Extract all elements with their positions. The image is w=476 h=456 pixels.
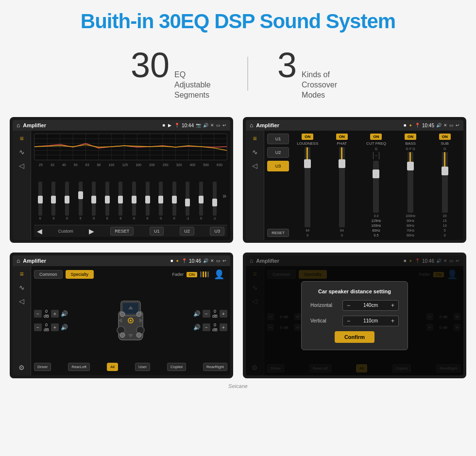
u1-button[interactable]: U1	[150, 227, 164, 236]
custom-label: Custom	[58, 229, 73, 234]
balance-icon-vol[interactable]: ◁	[19, 297, 24, 305]
user-button[interactable]: User	[135, 363, 150, 371]
play-icon-1[interactable]: ▶	[168, 123, 171, 128]
horizontal-input[interactable]: − 140cm +	[342, 300, 399, 311]
crossover-reset[interactable]: RESET	[267, 229, 289, 237]
close-icon-3[interactable]: ✕	[210, 258, 214, 263]
phat-toggle[interactable]: ON	[336, 134, 348, 140]
prev-icon[interactable]: ◀	[37, 227, 42, 235]
home-icon-3[interactable]: ⌂	[17, 257, 20, 264]
balance-icon-bluetooth[interactable]: ⚙	[18, 364, 25, 372]
back-icon-2[interactable]: ↩	[456, 123, 459, 128]
eq-thumb-9[interactable]	[158, 196, 163, 203]
vertical-input[interactable]: − 110cm +	[342, 316, 399, 326]
vertical-minus[interactable]: −	[346, 318, 351, 324]
eq-thumb-11[interactable]	[185, 199, 190, 206]
car-diagram	[72, 282, 189, 359]
svg-point-30	[120, 312, 125, 317]
crossover-icon-vol[interactable]: ◁	[252, 162, 257, 169]
cutfreq-thumb[interactable]	[373, 169, 379, 178]
arrows-icon[interactable]: »	[221, 191, 227, 201]
eq-thumb-4[interactable]	[91, 196, 96, 203]
horizontal-label: Horizontal	[310, 303, 340, 308]
horizontal-plus[interactable]: +	[390, 302, 395, 309]
copilot-button[interactable]: Copilot	[167, 363, 186, 371]
eq-thumb-5[interactable]	[105, 196, 110, 203]
u3-button[interactable]: U3	[210, 227, 224, 236]
dialog-box: Car speaker distance setting Horizontal …	[301, 281, 408, 350]
confirm-button[interactable]: Confirm	[335, 331, 374, 343]
u2-button[interactable]: U2	[180, 227, 194, 236]
eq-icon-active[interactable]: ≡	[19, 135, 23, 142]
eq-thumb-8[interactable]	[145, 196, 150, 203]
back-icon-3[interactable]: ↩	[222, 258, 226, 263]
vol-plus-fr[interactable]: +	[220, 310, 227, 318]
fader-toggle[interactable]: ON	[187, 272, 197, 277]
screen-balance: ⌂ Amplifier ■ ● 📍 10:46 🔊 ✕ ▭ ↩ ≡ ∿ ◁	[10, 253, 233, 378]
reset-button[interactable]: RESET	[110, 227, 134, 236]
balance-icon-active[interactable]: ≡	[19, 270, 23, 278]
rearRight-button[interactable]: RearRight	[203, 363, 227, 371]
crossover-icon-wave[interactable]: ∿	[252, 148, 258, 156]
status-bar-1: ⌂ Amplifier ■ ▶ 📍 10:44 📷 🔊 ✕ ▭ ↩	[13, 120, 230, 131]
balance-content: − 0 dB + 🔊 − 0 dB + 🔊	[34, 282, 227, 359]
status-icons-3: 📍 10:46 🔊 ✕ ▭ ↩	[182, 258, 226, 264]
preset-u3[interactable]: U3	[267, 161, 289, 171]
eq-thumb-2[interactable]	[65, 196, 69, 203]
vol-plus-rr[interactable]: +	[220, 323, 227, 331]
vol-plus-rl[interactable]: +	[51, 323, 59, 331]
bass-thumb[interactable]	[407, 162, 414, 170]
balance-icon-wave[interactable]: ∿	[19, 284, 25, 291]
cutfreq-toggle[interactable]: ON	[370, 134, 382, 140]
vol-minus-rl[interactable]: −	[34, 323, 42, 331]
eq-thumb-1[interactable]	[51, 196, 56, 203]
camera-icon-1: 📷	[196, 123, 201, 128]
home-icon-2[interactable]: ⌂	[250, 122, 253, 129]
horizontal-minus[interactable]: −	[346, 302, 351, 309]
eq-thumb-10[interactable]	[172, 196, 177, 203]
driver-button[interactable]: Driver	[34, 363, 51, 371]
rearLeft-button[interactable]: RearLeft	[68, 363, 90, 371]
next-icon[interactable]: ▶	[89, 227, 94, 235]
person-icon: 👤	[214, 269, 224, 280]
speaker-rl: 🔊	[61, 324, 68, 331]
vol-minus-fr[interactable]: −	[203, 310, 210, 318]
eq-slider-0: 0	[34, 182, 47, 220]
back-icon-1[interactable]: ↩	[222, 123, 226, 128]
home-icon-1[interactable]: ⌂	[17, 122, 20, 129]
vol-plus-fl[interactable]: +	[51, 310, 59, 318]
common-tab[interactable]: Common	[34, 270, 63, 279]
close-icon-2[interactable]: ✕	[443, 123, 447, 128]
dialog-overlay: Car speaker distance setting Horizontal …	[246, 255, 463, 375]
vol-minus-fl[interactable]: −	[34, 310, 42, 318]
time-3: 10:46	[189, 258, 201, 264]
close-icon-1[interactable]: ✕	[210, 123, 214, 128]
eq-thumb-7[interactable]	[132, 196, 136, 203]
stat-crossover: 3 Kinds ofCrossover Modes	[248, 48, 374, 100]
eq-icon-vol[interactable]: ◁	[19, 162, 24, 169]
channel-phat: ON PHAT 64 0	[326, 134, 358, 237]
vol-minus-rr[interactable]: −	[203, 323, 210, 331]
loudness-toggle[interactable]: ON	[302, 134, 313, 140]
eq-thumb-3[interactable]	[78, 191, 83, 199]
preset-u2[interactable]: U2	[267, 147, 289, 158]
loudness-thumb[interactable]	[304, 159, 311, 168]
eq-thumb-0[interactable]	[38, 196, 43, 203]
preset-u1[interactable]: U1	[267, 134, 289, 144]
sub-toggle[interactable]: ON	[439, 134, 451, 140]
balance-sidebar: ≡ ∿ ◁ ⚙	[13, 266, 31, 375]
eq-icon-wave[interactable]: ∿	[19, 148, 25, 156]
crossover-icon-active[interactable]: ≡	[253, 135, 256, 142]
specialty-tab[interactable]: Specialty	[66, 270, 94, 279]
bass-toggle[interactable]: ON	[405, 134, 416, 140]
vertical-plus[interactable]: +	[390, 318, 395, 324]
sub-thumb[interactable]	[442, 167, 448, 175]
eq-slider-9: 0	[154, 182, 167, 220]
eq-thumb-6[interactable]	[118, 196, 123, 203]
fader-bars	[200, 271, 209, 277]
eq-thumb-13[interactable]	[212, 199, 217, 206]
all-button[interactable]: All	[107, 363, 118, 371]
phat-thumb[interactable]	[339, 159, 345, 168]
status-icons-2: 📍 10:45 🔊 ✕ ▭ ↩	[415, 123, 459, 128]
eq-thumb-12[interactable]	[199, 196, 204, 203]
